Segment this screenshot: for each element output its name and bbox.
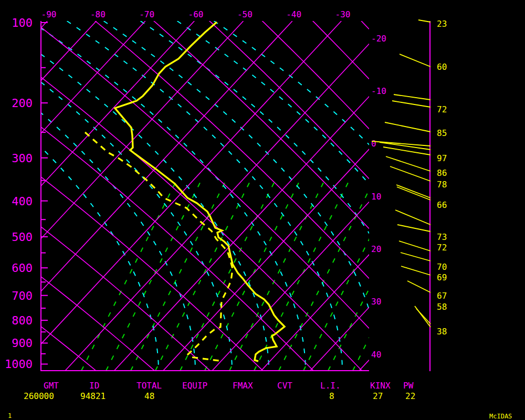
stat-value: 48 (144, 391, 154, 401)
temp-label-right: -20 (371, 34, 386, 44)
frame-number: 1 (8, 413, 12, 419)
wind-speed-label: 86 (437, 168, 447, 178)
pressure-label: 400 (12, 195, 33, 208)
stat-label: ID (89, 381, 99, 391)
temp-label-right: -10 (371, 86, 386, 96)
pressure-label: 200 (12, 97, 33, 110)
temp-label-top: -30 (335, 9, 351, 19)
stat-label: KINX (370, 381, 391, 391)
stat-label: L.I. (320, 381, 341, 391)
temp-label-top: -80 (90, 9, 106, 19)
temp-label-right: 20 (371, 244, 381, 254)
wind-speed-label: 70 (437, 262, 447, 272)
stat-value: 94821 (80, 391, 106, 401)
mcidas-brand-label: McIDAS (489, 413, 512, 419)
wind-speed-label: 78 (437, 180, 447, 190)
temp-label-top: -40 (286, 9, 301, 19)
mcidas-skewt-screen: 1002003004005006007008009001000-90-80-70… (0, 0, 525, 420)
wind-speed-label: 72 (437, 243, 447, 253)
wind-speed-label: 69 (437, 272, 447, 282)
wind-speed-label: 97 (437, 153, 447, 163)
pressure-label: 500 (12, 230, 33, 244)
wind-speed-label: 38 (437, 327, 447, 337)
wind-speed-label: 60 (437, 62, 447, 72)
stat-value: 22 (405, 391, 415, 401)
temp-label-right: 30 (371, 297, 381, 307)
pressure-label: 300 (12, 152, 33, 165)
pressure-label: 700 (12, 289, 33, 302)
stat-label: FMAX (233, 381, 253, 391)
temp-label-top: -50 (237, 9, 253, 19)
temp-label-right: 40 (371, 350, 381, 360)
skewt-chart: 1002003004005006007008009001000-90-80-70… (0, 0, 525, 420)
stat-label: GMT (44, 381, 59, 391)
stat-value: 27 (373, 391, 383, 401)
wind-speed-label: 67 (437, 291, 447, 301)
wind-speed-label: 73 (437, 232, 447, 242)
temp-label-right: 10 (371, 192, 381, 202)
temp-label-right: 0 (371, 139, 376, 149)
temp-label-top: -90 (41, 9, 57, 19)
wind-speed-label: 58 (437, 302, 447, 312)
pressure-label: 600 (12, 261, 33, 275)
wind-speed-label: 23 (437, 19, 447, 29)
wind-speed-label: 72 (437, 104, 447, 114)
pressure-label: 800 (12, 314, 33, 327)
temp-label-top: -60 (188, 9, 204, 19)
pressure-label: 900 (12, 337, 33, 350)
pressure-label: 100 (12, 16, 33, 29)
stat-value: 260000 (24, 391, 54, 401)
stat-label: CVT (277, 381, 292, 391)
stat-label: EQUIP (182, 381, 207, 391)
wind-speed-label: 66 (437, 200, 447, 210)
wind-speed-label: 85 (437, 128, 447, 138)
temp-label-top: -70 (139, 9, 154, 19)
stat-value: 8 (329, 391, 334, 401)
pressure-label: 1000 (5, 358, 33, 371)
stat-label: PW (403, 381, 414, 391)
stat-label: TOTAL (136, 381, 162, 391)
